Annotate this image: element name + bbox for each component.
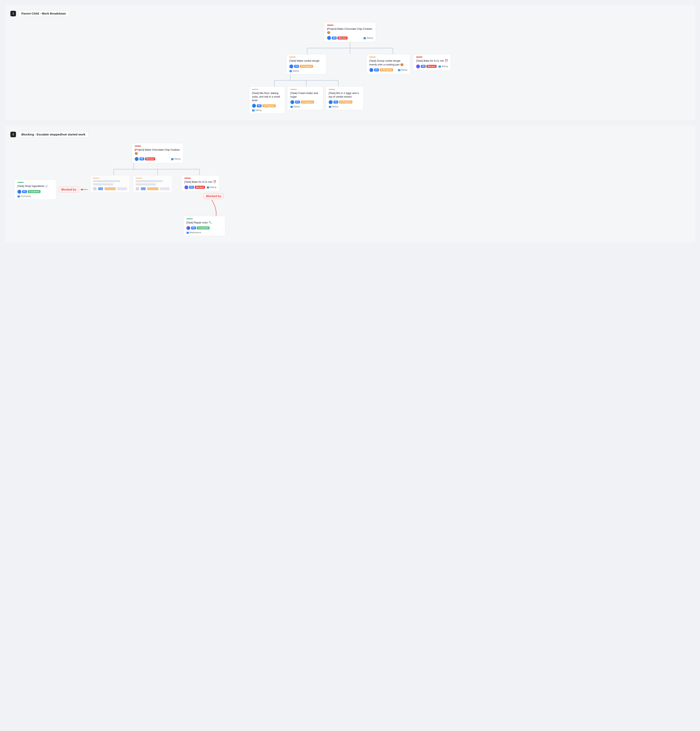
s2-repair-title: [Task] Repair oven 🔧 bbox=[186, 221, 222, 225]
s2-repair-card[interactable]: [Task] Repair oven 🔧 👤 P2 Completed 👥 bbox=[183, 216, 225, 236]
shop-task-title: [Task] Shop ingredients 🛒 bbox=[18, 184, 53, 188]
level-3: [Task] Mix flour, baking soda, and salt … bbox=[249, 87, 364, 114]
blur-dot-1 bbox=[93, 187, 97, 191]
arrow-left-icon bbox=[81, 188, 88, 191]
root-card-accent bbox=[327, 25, 333, 25]
s2-repair-wrapper: [Task] Repair oven 🔧 👤 P2 Completed 👥 bbox=[183, 216, 225, 236]
l3-card-1[interactable]: [Task] Mix flour, baking soda, and salt … bbox=[249, 87, 285, 114]
section-2-number: 2 bbox=[10, 132, 16, 137]
s2-top-row: [Task] Shop ingredients 🛒 👤 P1 Completed… bbox=[15, 143, 225, 236]
root-status-badge: Blocked bbox=[338, 37, 348, 40]
blocked-by-label-2: Blocked by bbox=[204, 193, 224, 199]
l2-col-3: [Task] Bake for 9-11 min ⏰ 👤 P0 Blocked … bbox=[413, 54, 451, 70]
l2-card-2-footer: 👤 P1 In Progress 👥 Baking bbox=[369, 68, 407, 72]
s2-bake-title: [Task] Bake for 9-11 min ⏰ bbox=[184, 180, 216, 184]
root-footer-left: 👤 P0 Blocked bbox=[327, 36, 348, 40]
l2-card-1-title: [Task] Make cookie dough bbox=[289, 59, 323, 63]
section-2-header: 2 Blocking - Escalate stopped/not starte… bbox=[10, 131, 690, 138]
l2-card-3-footer: 👤 P0 Blocked 👥 Baking bbox=[416, 65, 448, 68]
l2-2-priority: P1 bbox=[374, 68, 379, 72]
l2-1-priority: P0 bbox=[294, 65, 299, 68]
blur-badge-yellow-1 bbox=[104, 187, 116, 190]
root-card-footer: 👤 P0 Blocked 👥 Baking bbox=[327, 36, 373, 40]
s2-project-team: 👥 Baking bbox=[171, 158, 181, 160]
l2-card-2-title: [Task] Scoop cookie dough evenly onto a … bbox=[369, 59, 407, 66]
l2-card-1-footer: 👤 P0 In Progress 👥 Baking bbox=[289, 65, 323, 72]
s2-blurred-card-1 bbox=[90, 175, 130, 193]
l2-card-2[interactable]: [Task] Scoop cookie dough evenly onto a … bbox=[366, 54, 410, 74]
shop-team: 👥 Purchasing bbox=[18, 195, 31, 198]
l3-3-avatar: 👤 bbox=[329, 100, 333, 104]
l3-2-avatar: 👤 bbox=[291, 100, 294, 104]
l2-card-1[interactable]: [Task] Make cookie dough 👤 P0 In Progres… bbox=[286, 54, 326, 74]
section-2-layout: [Task] Shop ingredients 🛒 👤 P1 Completed… bbox=[10, 143, 690, 236]
l3-card-3[interactable]: [Task] Mix in 2 eggs and a tsp of vanill… bbox=[326, 87, 364, 110]
l3-2-team: 👥 Baking bbox=[291, 105, 300, 108]
section-1-tree: [Project] Make Chocolate Chip Cookies 🍪 … bbox=[10, 22, 690, 114]
l2-1-team: 👥 Baking bbox=[289, 70, 299, 72]
section-1-number: 1 bbox=[10, 11, 16, 16]
connector-root-l2 bbox=[288, 42, 412, 54]
s2-project-status: Blocked bbox=[145, 157, 155, 160]
s2-project-col: [Project] Make Chocolate Chip Cookies 🍪 … bbox=[90, 143, 225, 236]
s2-bake-card[interactable]: [Task] Bake for 9-11 min ⏰ 👤 P0 Blocked … bbox=[181, 175, 219, 192]
l2-1-avatar: 👤 bbox=[289, 65, 294, 68]
blur-badge-2 bbox=[141, 187, 146, 190]
shop-task-card[interactable]: [Task] Shop ingredients 🛒 👤 P1 Completed… bbox=[15, 179, 56, 200]
bake-priority: P0 bbox=[189, 186, 194, 189]
s2-project-card[interactable]: [Project] Make Chocolate Chip Cookies 🍪 … bbox=[132, 143, 183, 163]
l2-2-status: In Progress bbox=[380, 68, 393, 72]
s2-project-priority: P0 bbox=[139, 157, 144, 160]
root-team: 👥 Baking bbox=[363, 37, 373, 39]
blur-dot-2 bbox=[136, 187, 139, 191]
l2-3-avatar: 👤 bbox=[416, 65, 420, 68]
repair-team: 👥 Maintenance bbox=[186, 231, 201, 234]
bake-status: Blocked bbox=[195, 186, 205, 189]
l3-card-1-title: [Task] Mix flour, baking soda, and salt … bbox=[252, 91, 282, 102]
l3-2-priority: P1 bbox=[295, 101, 300, 104]
blur-badge-1 bbox=[98, 187, 103, 190]
l2-card-3-title: [Task] Bake for 9-11 min ⏰ bbox=[416, 59, 448, 63]
blur-team-2 bbox=[160, 187, 170, 190]
bake-avatar: 👤 bbox=[184, 185, 188, 189]
shop-avatar: 👤 bbox=[18, 190, 21, 194]
root-avatar: 👤 bbox=[327, 36, 331, 40]
section-1: 1 Parent Child - Work Breakdown [Project… bbox=[5, 5, 695, 120]
blocked-by-label-1: Blocked by bbox=[59, 186, 79, 192]
shop-priority: P1 bbox=[22, 190, 27, 193]
shop-status: Completed bbox=[28, 190, 41, 193]
l2-card-2-accent bbox=[369, 57, 376, 57]
blur-badge-yellow-2 bbox=[147, 187, 158, 190]
repair-avatar: 👤 bbox=[186, 226, 190, 230]
l2-2-avatar: 👤 bbox=[369, 68, 373, 72]
l2-3-team: 👥 Baking bbox=[439, 65, 448, 68]
l3-3-team: 👥 Baking bbox=[329, 105, 338, 108]
l3-1-team: 👥 Baking bbox=[252, 109, 261, 112]
section-1-title: Parent Child - Work Breakdown bbox=[18, 10, 69, 16]
blur-team-1 bbox=[117, 187, 127, 190]
s2-bake-col: [Task] Bake for 9-11 min ⏰ 👤 P0 Blocked … bbox=[175, 175, 225, 236]
l2-1-status: In Progress bbox=[300, 65, 313, 68]
level-2: [Task] Make cookie dough 👤 P0 In Progres… bbox=[249, 54, 451, 114]
l2-card-3[interactable]: [Task] Bake for 9-11 min ⏰ 👤 P0 Blocked … bbox=[413, 54, 451, 70]
l3-card-2-title: [Task] Cream butter and sugar bbox=[291, 91, 320, 98]
l2-col-2: [Task] Scoop cookie dough evenly onto a … bbox=[366, 54, 410, 74]
s2-project-avatar: 👤 bbox=[135, 157, 139, 161]
s2-connector-project-children bbox=[108, 163, 207, 175]
root-card[interactable]: [Project] Make Chocolate Chip Cookies 🍪 … bbox=[324, 22, 376, 42]
s2-project-title: [Project] Make Chocolate Chip Cookies 🍪 bbox=[135, 148, 181, 155]
l3-1-status: In Progress bbox=[263, 104, 276, 107]
section-1-header: 1 Parent Child - Work Breakdown bbox=[10, 10, 690, 16]
l2-col-1: [Task] Make cookie dough 👤 P0 In Progres… bbox=[249, 54, 364, 114]
l3-card-2[interactable]: [Task] Cream butter and sugar 👤 P1 In Pr… bbox=[287, 87, 323, 110]
repair-status: Completed bbox=[197, 226, 210, 229]
l2-3-status: Blocked bbox=[426, 65, 437, 68]
s2-children: [Task] Bake for 9-11 min ⏰ 👤 P0 Blocked … bbox=[90, 175, 225, 236]
root-card-title: [Project] Make Chocolate Chip Cookies 🍪 bbox=[327, 27, 373, 34]
l3-2-status: In Progress bbox=[301, 101, 314, 104]
connector-l2-l3 bbox=[270, 75, 342, 87]
l3-card-3-title: [Task] Mix in 2 eggs and a tsp of vanill… bbox=[329, 91, 361, 98]
bake-team: 👥 Baking bbox=[207, 186, 216, 189]
section-2-title: Blocking - Escalate stopped/not started … bbox=[18, 131, 88, 138]
s2-blurred-card-2 bbox=[133, 175, 173, 193]
